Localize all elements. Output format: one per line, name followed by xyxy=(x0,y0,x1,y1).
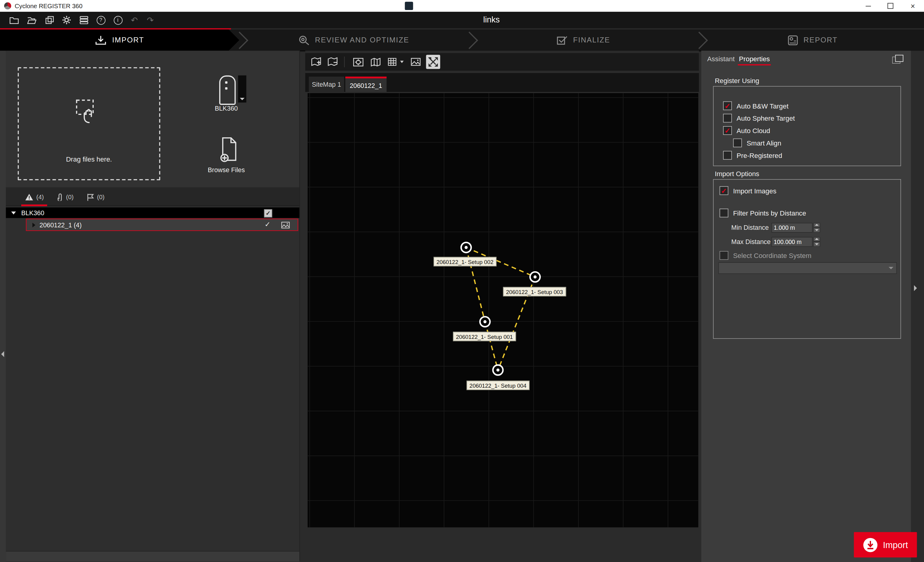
drag-hand-icon xyxy=(75,99,104,125)
show-links-toggle[interactable] xyxy=(426,55,440,69)
tab-label: Properties xyxy=(739,55,770,63)
save-project-button[interactable] xyxy=(26,15,38,25)
storage-button[interactable] xyxy=(78,15,90,25)
stepper-down-button[interactable] xyxy=(813,241,820,247)
checkbox-unchecked[interactable] xyxy=(723,151,732,160)
settings-button[interactable] xyxy=(61,15,72,25)
max-distance-stepper[interactable] xyxy=(813,237,820,246)
check-icon: ✓ xyxy=(724,102,730,109)
map-view-button[interactable] xyxy=(368,55,382,69)
duplicate-button[interactable] xyxy=(44,15,56,25)
open-project-button[interactable] xyxy=(8,15,20,25)
option-auto-cloud[interactable]: ✓ Auto Cloud xyxy=(714,124,900,137)
left-collapse-gutter[interactable] xyxy=(0,51,6,562)
checkbox-checked[interactable]: ✓ xyxy=(723,101,732,110)
setup-label[interactable]: 2060122_1- Setup 003 xyxy=(503,287,566,297)
checkbox-checked[interactable]: ✓ xyxy=(719,186,728,195)
drop-zone[interactable]: Drag files here. xyxy=(18,67,160,180)
option-label: Auto Sphere Target xyxy=(736,115,795,121)
import-button[interactable]: Import xyxy=(854,532,917,558)
workflow-step-finalize[interactable]: FINALIZE xyxy=(471,29,695,51)
setup-label[interactable]: 2060122_1- Setup 001 xyxy=(453,332,516,341)
workflow-step-review[interactable]: REVIEW AND OPTIMIZE xyxy=(242,29,466,51)
tab-assistant[interactable]: Assistant xyxy=(707,55,735,63)
option-label: Import Images xyxy=(733,187,776,194)
tab-warnings[interactable]: (4) xyxy=(19,187,50,206)
cyclone-register-window: Cyclone REGISTER 360 × ? i xyxy=(0,0,924,562)
checkbox-checked[interactable]: ✓ xyxy=(723,126,732,135)
tab-sitemap-1[interactable]: SiteMap 1 xyxy=(309,77,344,92)
grid-toggle-button[interactable] xyxy=(385,55,399,69)
option-filter-points[interactable]: Filter Points by Distance xyxy=(714,207,900,219)
min-distance-input[interactable] xyxy=(771,222,813,232)
sitemap-add-button[interactable] xyxy=(309,55,324,69)
workflow-step-import[interactable]: IMPORT xyxy=(0,29,239,51)
undo-button[interactable]: ↶ xyxy=(129,15,140,25)
option-select-coordinate-system[interactable]: Select Coordinate System xyxy=(714,249,900,262)
tree-item-label: 2060122_1 (4) xyxy=(39,221,81,228)
attachment-count: (0) xyxy=(66,193,74,200)
maximize-button[interactable] xyxy=(879,0,902,12)
option-auto-bw-target[interactable]: ✓ Auto B&W Target xyxy=(714,100,900,112)
links-icon xyxy=(428,57,438,67)
tree-root-row[interactable]: BLK360 ✓ xyxy=(6,207,299,218)
help-button[interactable]: ? xyxy=(95,15,107,25)
redo-button[interactable]: ↷ xyxy=(144,15,156,25)
target-view-button[interactable] xyxy=(351,55,366,69)
app-logo-icon xyxy=(4,2,11,9)
import-button-label: Import xyxy=(883,540,908,550)
min-distance-stepper[interactable] xyxy=(813,222,820,232)
about-button[interactable]: i xyxy=(112,15,124,25)
tree-item-row-selected[interactable]: 2060122_1 (4) ✓ xyxy=(26,219,298,231)
image-target-icon xyxy=(353,58,363,66)
sitemap-toolbar xyxy=(305,53,699,70)
sitemap-tab-bar: SiteMap 1 2060122_1 xyxy=(305,73,699,92)
browse-files-button[interactable] xyxy=(219,137,239,163)
tab-attachments[interactable]: (0) xyxy=(50,187,80,206)
checkbox-unchecked[interactable] xyxy=(719,251,728,260)
device-selector-dropdown[interactable] xyxy=(238,75,246,102)
drop-zone-label: Drag files here. xyxy=(19,156,159,162)
sitemap-remove-button[interactable] xyxy=(326,55,340,69)
workflow-step-label: REPORT xyxy=(804,36,838,44)
right-collapse-gutter[interactable] xyxy=(911,51,924,562)
blk360-device-icon[interactable] xyxy=(219,75,236,105)
checkbox-unchecked[interactable] xyxy=(733,138,742,147)
option-label: Filter Points by Distance xyxy=(733,210,806,216)
option-pre-registered[interactable]: Pre-Registered xyxy=(714,149,900,162)
max-distance-row: Max Distance xyxy=(714,236,900,248)
option-auto-sphere-target[interactable]: Auto Sphere Target xyxy=(714,112,900,124)
issue-tab-bar: (4) (0) (0) xyxy=(6,187,299,206)
device-lens-dot xyxy=(225,87,228,90)
checkbox-unchecked[interactable] xyxy=(719,208,728,217)
tab-properties[interactable]: Properties xyxy=(739,55,770,63)
minimize-button[interactable] xyxy=(857,0,879,12)
caret-right-icon[interactable] xyxy=(32,222,36,227)
image-toggle-button[interactable] xyxy=(408,55,423,69)
close-button[interactable]: × xyxy=(902,0,924,12)
sitemap-canvas[interactable]: 2060122_1- Setup 002 2060122_1- Setup 00… xyxy=(308,93,699,528)
setup-label[interactable]: 2060122_1- Setup 002 xyxy=(434,257,496,267)
checkbox-unchecked[interactable] xyxy=(723,114,732,123)
stepper-up-button[interactable] xyxy=(813,237,820,241)
option-label: Select Coordinate System xyxy=(733,252,811,259)
option-label: Pre-Registered xyxy=(736,152,782,159)
max-distance-input[interactable] xyxy=(771,237,813,246)
tree-root-checkbox[interactable]: ✓ xyxy=(264,209,272,217)
tab-flags[interactable]: (0) xyxy=(80,187,111,206)
option-label: Auto Cloud xyxy=(736,127,770,134)
coordinate-system-dropdown[interactable] xyxy=(718,262,897,274)
option-import-images[interactable]: ✓ Import Images xyxy=(714,184,900,197)
setup-label[interactable]: 2060122_1- Setup 004 xyxy=(466,381,529,390)
workflow-step-report[interactable]: REPORT xyxy=(701,29,924,51)
chevron-down-icon xyxy=(240,98,244,100)
window-title: Cyclone REGISTER 360 xyxy=(15,2,82,9)
tab-2060122-1[interactable]: 2060122_1 xyxy=(345,77,387,92)
stepper-down-button[interactable] xyxy=(813,227,820,232)
grid-options-caret-icon[interactable] xyxy=(400,61,404,63)
option-smart-align[interactable]: Smart Align xyxy=(714,137,900,149)
stepper-up-button[interactable] xyxy=(813,222,820,228)
caret-down-icon[interactable] xyxy=(11,211,16,214)
expand-right-icon xyxy=(914,285,917,291)
panel-layout-button[interactable] xyxy=(892,55,903,63)
